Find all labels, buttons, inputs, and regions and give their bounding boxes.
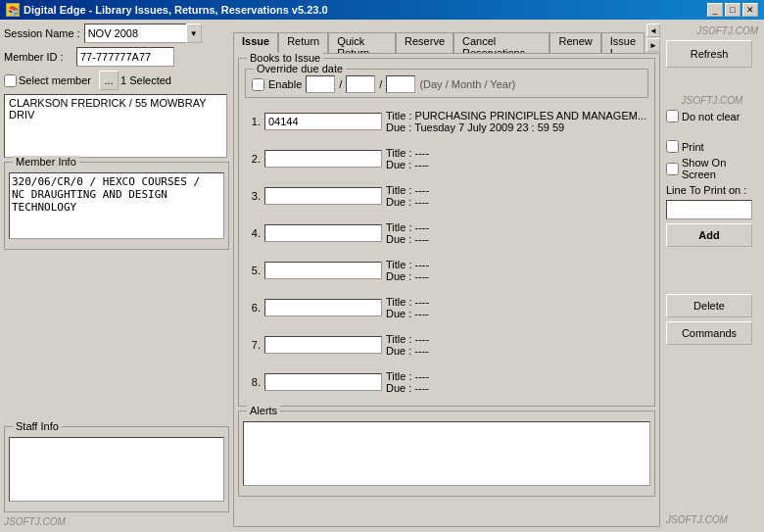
- member-browse-button[interactable]: ...: [99, 71, 119, 90]
- book-info-5: Title : ---- Due : ----: [386, 259, 648, 282]
- book-title-3: Title : ----: [386, 184, 648, 196]
- tab-return[interactable]: Return: [278, 32, 328, 54]
- book-num-6: 6.: [245, 302, 261, 314]
- add-button[interactable]: Add: [666, 223, 752, 247]
- book-num-3: 3.: [245, 190, 261, 202]
- select-member-label: Select member: [19, 74, 97, 86]
- book-info-1: Title : PURCHASING PRINCIPLES AND MANAGE…: [386, 110, 648, 133]
- alerts-title: Alerts: [247, 405, 280, 416]
- left-panel: Session Name : NOV 2008 ▼ Member ID : Se…: [4, 24, 229, 527]
- staff-info-groupbox: Staff Info: [4, 426, 229, 512]
- enable-label: Enable: [268, 78, 302, 90]
- table-row: 8. Title : ---- Due : ----: [245, 364, 648, 400]
- tab-issue-i[interactable]: Issue I: [601, 32, 645, 54]
- day-input[interactable]: [306, 75, 335, 93]
- override-due-date-groupbox: Override due date Enable / / (Day / Mont…: [245, 69, 648, 98]
- do-not-clear-checkbox[interactable]: [666, 110, 679, 122]
- book-title-5: Title : ----: [386, 259, 648, 270]
- book-num-1: 1.: [245, 116, 261, 127]
- book-rows-container: 1. Title : PURCHASING PRINCIPLES AND MAN…: [245, 104, 648, 400]
- book-num-8: 8.: [245, 376, 261, 388]
- year-input[interactable]: [386, 75, 415, 93]
- member-id-row: Member ID :: [4, 47, 229, 67]
- tab-issue[interactable]: Issue: [233, 32, 278, 54]
- book-input-6[interactable]: [264, 299, 382, 316]
- print-checkbox[interactable]: [666, 140, 679, 153]
- override-row: Enable / / (Day / Month / Year): [252, 75, 642, 93]
- bottom-watermark-left: JSOFTJ.COM: [4, 516, 229, 527]
- commands-button[interactable]: Commands: [666, 321, 752, 345]
- select-member-checkbox[interactable]: [4, 74, 17, 87]
- tab-scroll-left[interactable]: ◄: [646, 24, 660, 37]
- member-id-input[interactable]: [76, 47, 174, 67]
- month-input[interactable]: [346, 75, 375, 93]
- book-info-6: Title : ---- Due : ----: [386, 296, 648, 319]
- book-input-3[interactable]: [264, 187, 382, 205]
- override-title: Override due date: [254, 63, 346, 74]
- book-input-1[interactable]: [264, 113, 382, 130]
- tabs-bar: Issue Return Quick Return Reserve Cancel…: [233, 24, 660, 53]
- book-num-7: 7.: [245, 339, 261, 351]
- book-info-8: Title : ---- Due : ----: [386, 370, 648, 394]
- enable-override-checkbox[interactable]: [252, 78, 264, 91]
- book-input-4[interactable]: [264, 224, 382, 242]
- center-watermark: JSOFTJ.COM: [666, 95, 758, 106]
- book-due-3: Due : ----: [386, 196, 648, 208]
- alerts-groupbox: Alerts: [238, 411, 655, 497]
- delete-button[interactable]: Delete: [666, 294, 752, 317]
- print-row: Print: [666, 140, 758, 153]
- staff-info-title: Staff Info: [13, 420, 62, 432]
- member-info-groupbox: Member Info 320/06/CR/0 / HEXCO COURSES …: [4, 162, 229, 250]
- book-input-2[interactable]: [264, 150, 382, 168]
- close-button[interactable]: ✕: [742, 3, 758, 17]
- tab-reserve[interactable]: Reserve: [396, 32, 454, 54]
- alerts-text: [243, 421, 650, 486]
- table-row: 7. Title : ---- Due : ----: [245, 327, 648, 363]
- book-info-3: Title : ---- Due : ----: [386, 184, 648, 208]
- book-title-4: Title : ----: [386, 221, 648, 233]
- session-select[interactable]: NOV 2008: [84, 24, 202, 43]
- tab-quick-return[interactable]: Quick Return: [328, 32, 396, 54]
- books-to-issue-groupbox: Books to Issue Override due date Enable …: [238, 58, 655, 407]
- book-num-5: 5.: [245, 265, 261, 276]
- book-due-7: Due : ----: [386, 345, 648, 357]
- book-title-6: Title : ----: [386, 296, 648, 308]
- session-name-label: Session Name :: [4, 27, 80, 39]
- minimize-button[interactable]: _: [707, 3, 723, 17]
- book-input-8[interactable]: [264, 373, 382, 391]
- top-right-watermark: JSOFTJ.COM: [666, 25, 758, 36]
- book-title-7: Title : ----: [386, 333, 648, 345]
- maximize-button[interactable]: □: [725, 3, 740, 17]
- table-row: 5. Title : ---- Due : ----: [245, 253, 648, 288]
- bottom-left: Staff Info: [4, 254, 229, 512]
- book-input-7[interactable]: [264, 336, 382, 354]
- book-num-4: 4.: [245, 227, 261, 239]
- tab-cancel-reservations[interactable]: Cancel Reservations: [454, 32, 549, 54]
- book-info-4: Title : ---- Due : ----: [386, 221, 648, 245]
- show-on-screen-row: Show On Screen: [666, 157, 758, 180]
- book-due-4: Due : ----: [386, 233, 648, 245]
- session-name-row: Session Name : NOV 2008 ▼: [4, 24, 229, 43]
- line-to-print-label: Line To Print on :: [666, 184, 758, 196]
- app-title: Digital Edge - Library Issues, Returns, …: [24, 4, 328, 16]
- book-info-7: Title : ---- Due : ----: [386, 333, 648, 357]
- do-not-clear-label: Do not clear: [682, 111, 740, 122]
- line-to-print-input[interactable]: [666, 200, 752, 219]
- tab-scroll-right[interactable]: ►: [646, 38, 660, 52]
- title-bar: 📚 Digital Edge - Library Issues, Returns…: [0, 0, 764, 20]
- show-on-screen-checkbox[interactable]: [666, 163, 679, 175]
- book-info-2: Title : ---- Due : ----: [386, 147, 648, 170]
- book-title-1: Title : PURCHASING PRINCIPLES AND MANAGE…: [386, 110, 648, 121]
- book-due-5: Due : ----: [386, 270, 648, 282]
- refresh-button[interactable]: Refresh: [666, 40, 752, 68]
- member-info-text: 320/06/CR/0 / HEXCO COURSES / NC DRAUGHT…: [9, 172, 224, 239]
- date-sep-1: /: [339, 78, 342, 90]
- print-label: Print: [682, 141, 704, 153]
- session-select-wrapper: NOV 2008 ▼: [84, 24, 202, 43]
- right-controls-panel: JSOFTJ.COM Refresh JSOFTJ.COM Do not cle…: [664, 24, 760, 527]
- main-container: Session Name : NOV 2008 ▼ Member ID : Se…: [0, 20, 764, 531]
- window-controls[interactable]: _ □ ✕: [707, 3, 758, 17]
- book-input-5[interactable]: [264, 262, 382, 279]
- tab-renew[interactable]: Renew: [549, 32, 600, 54]
- member-name-display: CLARKSON FREDRICK / 55 MOWBRAY DRIV: [4, 94, 227, 158]
